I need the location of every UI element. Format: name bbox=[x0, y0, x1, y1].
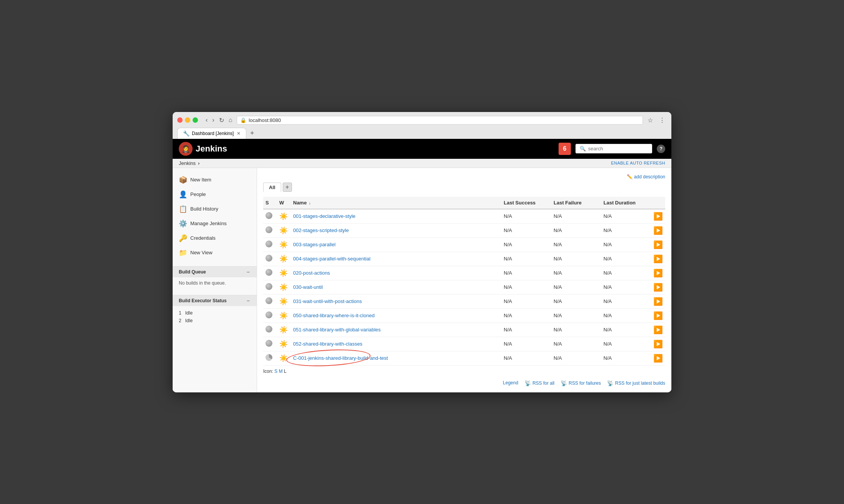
job-link[interactable]: 031-wait-until-with-post-actions bbox=[293, 298, 362, 304]
job-link[interactable]: 004-stages-parallel-with-sequential bbox=[293, 256, 371, 262]
schedule-build-icon[interactable]: ▶️ bbox=[653, 311, 663, 320]
tab-all[interactable]: All bbox=[263, 183, 281, 192]
jenkins-title: Jenkins bbox=[196, 144, 227, 154]
new-view-icon: 📁 bbox=[179, 249, 187, 257]
build-executor-collapse[interactable]: − bbox=[246, 298, 251, 304]
schedule-build-icon[interactable]: ▶️ bbox=[653, 340, 663, 348]
address-bar[interactable]: 🔒 localhost:8080 bbox=[237, 116, 643, 125]
schedule-build-icon[interactable]: ▶️ bbox=[653, 212, 663, 221]
schedule-build-icon[interactable]: ▶️ bbox=[653, 240, 663, 249]
col-header-w: W bbox=[277, 197, 291, 209]
enable-auto-refresh-link[interactable]: ENABLE AUTO REFRESH bbox=[611, 161, 665, 165]
weather-cell: ☀️ bbox=[277, 294, 291, 308]
action-cell: ▶️ bbox=[651, 308, 665, 323]
last-failure-cell: N/A bbox=[551, 323, 601, 337]
back-button[interactable]: ‹ bbox=[204, 116, 209, 125]
rss-failures-link[interactable]: 📡 RSS for failures bbox=[560, 380, 601, 386]
name-cell: 003-stages-parallel bbox=[291, 237, 501, 252]
executor-1: 1 Idle bbox=[179, 309, 251, 317]
add-description-button[interactable]: ✏️ add description bbox=[627, 174, 665, 180]
rss-bar: Legend 📡 RSS for all 📡 RSS for failures … bbox=[263, 380, 665, 386]
name-cell: 020-post-actions bbox=[291, 266, 501, 280]
job-link[interactable]: 051-shared-library-with-global-variables bbox=[293, 327, 381, 333]
last-failure-cell: N/A bbox=[551, 351, 601, 365]
sidebar-item-people[interactable]: 👤 People bbox=[173, 187, 257, 202]
new-tab-button[interactable]: + bbox=[247, 128, 257, 139]
legend-link[interactable]: Legend bbox=[503, 380, 518, 386]
icon-size-l: L bbox=[284, 369, 287, 374]
action-cell: ▶️ bbox=[651, 280, 665, 294]
last-duration-cell: N/A bbox=[601, 266, 651, 280]
weather-cell: ☀️ bbox=[277, 308, 291, 323]
job-link[interactable]: 030-wait-until bbox=[293, 284, 323, 290]
schedule-build-icon[interactable]: ▶️ bbox=[653, 354, 663, 362]
weather-cell: ☀️ bbox=[277, 351, 291, 365]
tab-favicon: 🔧 bbox=[183, 130, 190, 137]
icon-size-m[interactable]: M bbox=[279, 369, 283, 374]
close-button[interactable] bbox=[177, 117, 183, 123]
job-link[interactable]: 001-stages-declarative-style bbox=[293, 213, 356, 219]
table-row: ☀️031-wait-until-with-post-actionsN/AN/A… bbox=[263, 294, 665, 308]
job-link[interactable]: 052-shared-library-with-classes bbox=[293, 341, 363, 347]
status-ball-icon bbox=[265, 226, 272, 233]
minimize-button[interactable] bbox=[185, 117, 190, 123]
schedule-build-icon[interactable]: ▶️ bbox=[653, 283, 663, 292]
last-success-cell: N/A bbox=[501, 223, 551, 237]
schedule-build-icon[interactable]: ▶️ bbox=[653, 297, 663, 306]
reload-button[interactable]: ↻ bbox=[218, 116, 226, 125]
bookmark-button[interactable]: ☆ bbox=[646, 116, 654, 125]
notification-badge[interactable]: 6 bbox=[559, 143, 571, 155]
forward-button[interactable]: › bbox=[211, 116, 216, 125]
rss-latest-link[interactable]: 📡 RSS for just latest builds bbox=[607, 380, 665, 386]
active-tab[interactable]: 🔧 Dashboard [Jenkins] ✕ bbox=[177, 128, 246, 139]
last-success-cell: N/A bbox=[501, 337, 551, 351]
build-executor-section: Build Executor Status − 1 Idle 2 Idle bbox=[173, 295, 257, 328]
rss-all-link[interactable]: 📡 RSS for all bbox=[524, 380, 554, 386]
job-link[interactable]: 050-shared-library-where-is-it-cloned bbox=[293, 313, 374, 318]
extensions-button[interactable]: ⋮ bbox=[658, 116, 667, 125]
action-cell: ▶️ bbox=[651, 323, 665, 337]
main-layout: 📦 New Item 👤 People 📋 Build History ⚙️ M… bbox=[173, 168, 671, 392]
last-failure-cell: N/A bbox=[551, 252, 601, 266]
last-success-cell: N/A bbox=[501, 252, 551, 266]
jenkins-avatar: 🤵 bbox=[179, 142, 193, 156]
status-ball-icon bbox=[265, 311, 272, 318]
search-input[interactable] bbox=[588, 146, 648, 152]
job-link[interactable]: 003-stages-parallel bbox=[293, 242, 336, 247]
schedule-build-icon[interactable]: ▶️ bbox=[653, 226, 663, 235]
tab-title: Dashboard [Jenkins] bbox=[192, 131, 234, 136]
sidebar-item-manage-jenkins[interactable]: ⚙️ Manage Jenkins bbox=[173, 216, 257, 231]
sidebar-item-new-item[interactable]: 📦 New Item bbox=[173, 173, 257, 187]
last-duration-cell: N/A bbox=[601, 280, 651, 294]
status-cell bbox=[263, 351, 277, 365]
schedule-build-icon[interactable]: ▶️ bbox=[653, 269, 663, 277]
help-button[interactable]: ? bbox=[657, 145, 665, 153]
icon-size-s[interactable]: S bbox=[274, 369, 277, 374]
name-cell: 030-wait-until bbox=[291, 280, 501, 294]
add-description-label: add description bbox=[634, 174, 665, 180]
tab-close-button[interactable]: ✕ bbox=[237, 131, 241, 136]
breadcrumb-root[interactable]: Jenkins bbox=[179, 160, 196, 166]
home-button[interactable]: ⌂ bbox=[227, 116, 234, 125]
maximize-button[interactable] bbox=[193, 117, 198, 123]
status-cell bbox=[263, 266, 277, 280]
job-link[interactable]: C-001-jenkins-shared-library-build-and-t… bbox=[293, 355, 388, 361]
jenkins-app: 🤵 Jenkins 6 🔍 ? Jenkins › ENABLE AUTO RE… bbox=[173, 139, 671, 392]
sidebar-item-credentials[interactable]: 🔑 Credentials bbox=[173, 231, 257, 245]
name-cell: 051-shared-library-with-global-variables bbox=[291, 323, 501, 337]
rss-failures-icon: 📡 bbox=[560, 380, 567, 386]
breadcrumb-bar: Jenkins › ENABLE AUTO REFRESH bbox=[173, 159, 671, 168]
last-duration-cell: N/A bbox=[601, 351, 651, 365]
add-view-button[interactable]: + bbox=[283, 183, 292, 192]
last-duration-cell: N/A bbox=[601, 237, 651, 252]
build-queue-collapse[interactable]: − bbox=[246, 269, 251, 275]
sidebar-item-build-history[interactable]: 📋 Build History bbox=[173, 202, 257, 216]
schedule-build-icon[interactable]: ▶️ bbox=[653, 326, 663, 334]
nav-buttons: ‹ › ↻ ⌂ bbox=[204, 116, 234, 125]
schedule-build-icon[interactable]: ▶️ bbox=[653, 255, 663, 263]
action-cell: ▶️ bbox=[651, 209, 665, 224]
job-link[interactable]: 020-post-actions bbox=[293, 270, 330, 276]
sidebar-item-new-view[interactable]: 📁 New View bbox=[173, 245, 257, 260]
status-cell bbox=[263, 294, 277, 308]
job-link[interactable]: 002-stages-scripted-style bbox=[293, 227, 349, 233]
